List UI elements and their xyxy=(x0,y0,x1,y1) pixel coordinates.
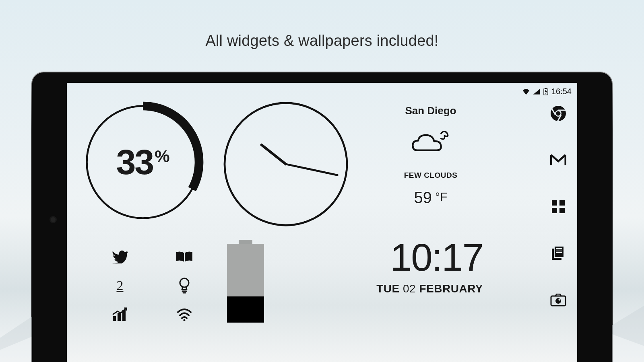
battery-ring-widget[interactable]: 33 % xyxy=(80,100,205,224)
svg-rect-1 xyxy=(545,88,547,89)
svg-point-8 xyxy=(556,111,561,116)
status-time: 16:54 xyxy=(551,87,572,96)
gmail-icon[interactable] xyxy=(550,152,566,168)
news-icon[interactable] xyxy=(550,245,566,261)
svg-line-4 xyxy=(262,145,286,164)
svg-rect-15 xyxy=(556,248,562,249)
lightbulb-icon[interactable] xyxy=(152,274,217,298)
cloud-night-icon xyxy=(407,128,455,160)
digital-time: 10:17 xyxy=(306,238,483,277)
front-camera xyxy=(51,217,56,222)
weather-temp-unit: °F xyxy=(435,190,447,203)
battery-ring-value: 33 xyxy=(116,142,153,183)
book-icon[interactable] xyxy=(152,245,217,269)
svg-rect-12 xyxy=(559,208,565,213)
promo-headline: All widgets & wallpapers included! xyxy=(0,32,644,49)
svg-rect-10 xyxy=(559,200,565,206)
digital-date: TUE 02 FEBRUARY xyxy=(306,282,483,295)
shortcut-grid: 2 xyxy=(88,245,217,327)
camera-icon[interactable] xyxy=(550,292,566,308)
chart-icon[interactable] xyxy=(88,302,152,327)
svg-rect-17 xyxy=(556,252,562,253)
digital-clock-widget[interactable]: 10:17 TUE 02 FEBRUARY xyxy=(306,238,483,295)
cell-signal-icon xyxy=(533,88,540,95)
svg-rect-16 xyxy=(556,251,562,251)
svg-point-19 xyxy=(555,298,561,304)
screen: 16:54 33 % San Diego xyxy=(67,83,577,362)
app-column-right xyxy=(546,105,571,308)
wifi-icon[interactable] xyxy=(152,302,217,327)
battery-level-widget[interactable] xyxy=(227,244,264,323)
app-drawer-icon[interactable] xyxy=(550,199,566,215)
svg-rect-23 xyxy=(113,316,116,321)
weather-widget[interactable]: San Diego FEW CLOUDS 59°F xyxy=(374,105,487,207)
svg-point-26 xyxy=(184,319,186,321)
analog-clock-widget[interactable] xyxy=(221,100,350,228)
twitter-icon[interactable] xyxy=(88,245,152,269)
tablet-frame: 16:54 33 % San Diego xyxy=(32,72,612,362)
svg-rect-11 xyxy=(552,208,557,213)
svg-rect-24 xyxy=(118,313,121,321)
svg-rect-9 xyxy=(552,200,557,206)
svg-line-5 xyxy=(286,164,337,175)
weather-temp-value: 59 xyxy=(414,189,432,206)
status-bar: 16:54 xyxy=(522,87,572,96)
chrome-icon[interactable] xyxy=(550,105,566,121)
svg-point-22 xyxy=(180,278,189,287)
battery-ring-unit: % xyxy=(155,147,169,166)
wifi-icon xyxy=(522,88,530,95)
svg-rect-14 xyxy=(554,246,564,257)
battery-status-icon xyxy=(543,88,548,95)
weather-city: San Diego xyxy=(374,105,487,117)
number-two-icon[interactable]: 2 xyxy=(88,274,152,298)
svg-point-20 xyxy=(559,299,561,301)
weather-description: FEW CLOUDS xyxy=(374,171,487,180)
